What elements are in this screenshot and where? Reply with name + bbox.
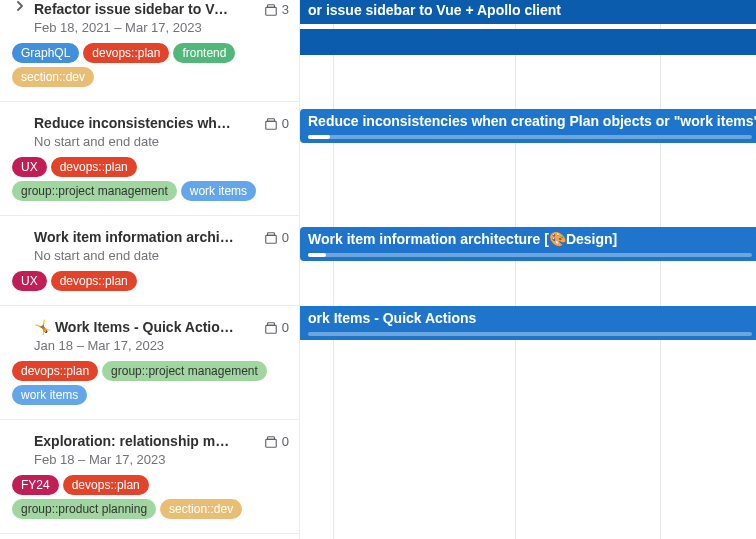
label-list: FY24devops::plangroup::product plannings… [12,475,272,519]
epic-title[interactable]: Reduce inconsistencies when cre… [34,114,234,132]
child-count: 0 [264,116,289,131]
epic-item[interactable]: Work item information architectur…No sta… [0,216,299,306]
label[interactable]: UX [12,271,47,291]
child-count: 3 [264,2,289,17]
timeline-bar[interactable]: or issue sidebar to Vue + Apollo client [300,0,756,24]
child-count: 0 [264,434,289,449]
label[interactable]: section::dev [12,67,94,87]
label[interactable]: group::project management [12,181,177,201]
epic-dates: No start and end date [34,134,287,149]
child-count-value: 0 [282,230,289,245]
child-count-value: 0 [282,434,289,449]
label[interactable]: UX [12,157,47,177]
label[interactable]: devops::plan [51,157,137,177]
epic-item[interactable]: Exploration: relationship managem…Feb 18… [0,420,299,534]
timeline-bar[interactable]: Reduce inconsistencies when creating Pla… [300,109,756,143]
label[interactable]: FY24 [12,475,59,495]
progress-bar [308,135,752,139]
child-count-value: 0 [282,116,289,131]
label[interactable]: work items [12,385,87,405]
label[interactable]: section::dev [160,499,242,519]
label[interactable]: devops::plan [83,43,169,63]
timeline-bar-title: Work item information architecture [🎨Des… [308,231,617,247]
epic-dates: Jan 18 – Mar 17, 2023 [34,338,287,353]
label-list: UXdevops::plangroup::project managementw… [12,157,272,201]
timeline-bar-title: ork Items - Quick Actions [308,310,476,326]
timeline-pane[interactable]: or issue sidebar to Vue + Apollo client … [300,0,756,539]
label[interactable]: group::product planning [12,499,156,519]
epic-dates: Feb 18 – Mar 17, 2023 [34,452,287,467]
label[interactable]: GraphQL [12,43,79,63]
epic-item[interactable]: 🤸 Work Items - Quick ActionsJan 18 – Mar… [0,306,299,420]
label[interactable]: group::project management [102,361,267,381]
epic-item[interactable]: Reduce inconsistencies when cre…No start… [0,102,299,216]
label[interactable]: devops::plan [51,271,137,291]
epic-item[interactable]: Refactor issue sidebar to Vue + …Feb 18,… [0,0,299,102]
epic-dates: No start and end date [34,248,287,263]
timeline-bar-title: Reduce inconsistencies when creating Pla… [308,113,756,129]
epic-title[interactable]: 🤸 Work Items - Quick Actions [34,318,234,336]
timeline-bar[interactable]: ork Items - Quick Actions [300,306,756,340]
label[interactable]: frontend [173,43,235,63]
epic-title[interactable]: Refactor issue sidebar to Vue + … [34,0,234,18]
epic-title[interactable]: Work item information architectur… [34,228,234,246]
timeline-bar[interactable] [300,29,756,55]
label[interactable]: devops::plan [12,361,98,381]
progress-bar [308,253,752,257]
epic-list-sidebar: Refactor issue sidebar to Vue + …Feb 18,… [0,0,300,539]
timeline-bar[interactable]: Work item information architecture [🎨Des… [300,227,756,261]
progress-bar [308,332,752,336]
child-count: 0 [264,320,289,335]
child-count: 0 [264,230,289,245]
child-count-value: 3 [282,2,289,17]
label-list: GraphQLdevops::planfrontendsection::dev [12,43,272,87]
label[interactable]: work items [181,181,256,201]
label[interactable]: devops::plan [63,475,149,495]
epic-title[interactable]: Exploration: relationship managem… [34,432,234,450]
timeline-bar-title: or issue sidebar to Vue + Apollo client [308,2,561,18]
epic-dates: Feb 18, 2021 – Mar 17, 2023 [34,20,287,35]
label-list: devops::plangroup::project managementwor… [12,361,272,405]
expand-chevron-icon[interactable] [12,1,28,11]
child-count-value: 0 [282,320,289,335]
label-list: UXdevops::plan [12,271,272,291]
